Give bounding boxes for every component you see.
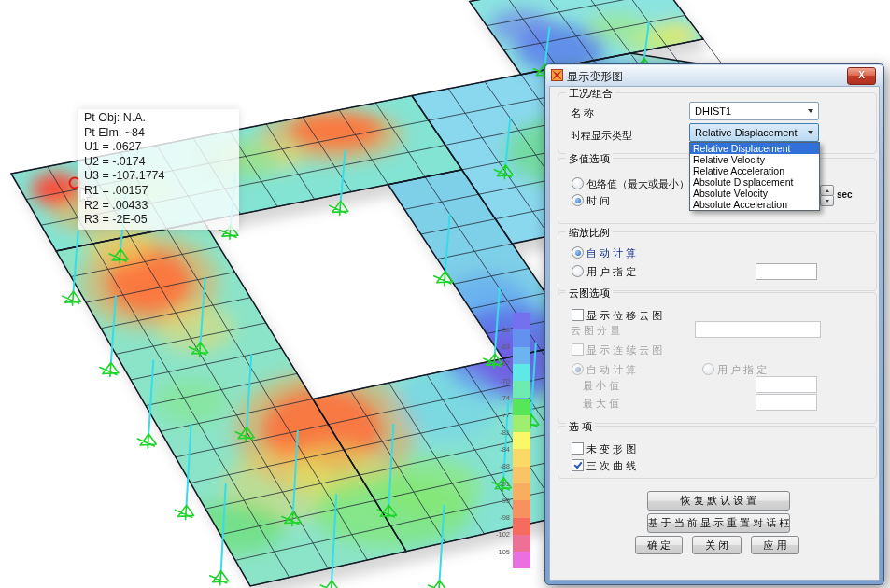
- show-contour-label: 显 示 位 移 云 图: [586, 309, 662, 323]
- legend-color-segment: [513, 518, 530, 535]
- legend-color-segment: [513, 329, 530, 346]
- legend-color-segment: [513, 500, 530, 517]
- scale-user-input[interactable]: [756, 263, 817, 280]
- contour-group-label: 云图选项: [566, 287, 613, 301]
- display-type-value: Relative Displacement: [695, 127, 797, 138]
- column-support-icon: [210, 571, 229, 585]
- dropdown-item[interactable]: Absolute Velocity: [690, 188, 819, 199]
- time-radio[interactable]: [572, 194, 584, 206]
- contour-auto-radio[interactable]: [572, 363, 584, 375]
- continuous-contour-checkbox[interactable]: [572, 343, 584, 356]
- contour-legend: -60-63-67-70-74-77-81-84-88-91-95-98-102…: [487, 309, 535, 576]
- legend-tick-label: -60: [487, 326, 510, 334]
- legend-color-segment: [513, 415, 530, 432]
- legend-color-segment: [513, 535, 530, 552]
- max-value-input[interactable]: [756, 394, 817, 411]
- legend-tick-label: -105: [487, 548, 510, 556]
- ok-button[interactable]: 确 定: [635, 536, 683, 554]
- show-contour-checkbox[interactable]: [572, 309, 584, 321]
- display-type-select[interactable]: Relative Displacement: [689, 123, 819, 142]
- case-name-value: DHIST1: [695, 105, 731, 117]
- legend-color-segment: [513, 449, 530, 466]
- dropdown-item[interactable]: Absolute Displacement: [690, 176, 819, 188]
- legend-color-segment: [513, 313, 530, 329]
- restore-defaults-button[interactable]: 恢 复 默 认 设 置: [647, 491, 790, 511]
- legend-tick-label: -74: [487, 394, 510, 402]
- stepper-down-icon[interactable]: [820, 195, 834, 206]
- envelope-radio[interactable]: [572, 177, 584, 189]
- contour-component-input[interactable]: [695, 321, 821, 338]
- legend-color-segment: [513, 552, 530, 568]
- column-support-icon: [63, 291, 81, 305]
- time-stepper: [820, 185, 832, 204]
- chevron-down-icon[interactable]: [803, 103, 818, 119]
- tooltip-line: R2 = .00433: [84, 199, 233, 214]
- type-label: 时程显示类型: [571, 129, 632, 143]
- contour-component-label: 云 图 分 量: [571, 324, 620, 338]
- column-support-icon: [429, 581, 447, 588]
- point-tooltip: Pt Obj: N.A.Pt Elm: ~84U1 = .0627U2 = -.…: [78, 109, 239, 230]
- cubic-curve-checkbox[interactable]: [572, 459, 584, 471]
- apply-button[interactable]: 应 用: [751, 536, 799, 554]
- legend-tick-label: -84: [487, 445, 510, 454]
- display-type-dropdown-list: Relative DisplacementRelative VelocityRe…: [689, 142, 820, 211]
- legend-color-segment: [513, 347, 530, 364]
- name-label: 名 称: [571, 106, 594, 120]
- tooltip-line: Pt Elm: ~84: [84, 126, 233, 141]
- envelope-label: 包络值（最大或最小）: [586, 177, 689, 191]
- column-support-icon: [137, 434, 156, 448]
- legend-tick-label: -102: [487, 530, 510, 539]
- close-button[interactable]: 关 闭: [692, 536, 742, 554]
- min-value-input[interactable]: [756, 376, 817, 393]
- legend-tick-label: -88: [487, 462, 510, 470]
- case-combo-group-label: 工况/组合: [566, 87, 615, 101]
- tooltip-line: Pt Obj: N.A.: [84, 111, 233, 126]
- tooltip-line: U2 = -.0174: [84, 155, 233, 170]
- legend-tick-label: -70: [487, 377, 510, 385]
- continuous-contour-label: 显 示 连 续 云 图: [586, 343, 662, 357]
- undeformed-checkbox[interactable]: [572, 442, 584, 455]
- column-support-icon: [176, 505, 194, 519]
- app-icon: [551, 69, 563, 81]
- dropdown-item[interactable]: Relative Velocity: [690, 154, 819, 165]
- legend-tick-label: -63: [487, 343, 510, 351]
- dialog-title: 显示变形图: [567, 69, 623, 85]
- legend-color-segment: [513, 483, 530, 500]
- scale-auto-label: 自 动 计 算: [586, 246, 636, 260]
- dropdown-item[interactable]: Relative Acceleration: [690, 165, 819, 176]
- scale-group-label: 缩放比例: [566, 226, 613, 240]
- dialog-body: 工况/组合 名 称 DHIST1 时程显示类型 Relative Displac…: [549, 86, 880, 581]
- case-name-select[interactable]: DHIST1: [689, 102, 819, 120]
- multivalue-group-label: 多值选项: [566, 152, 613, 166]
- dropdown-item[interactable]: Absolute Acceleration: [690, 199, 819, 210]
- min-value-label: 最 小 值: [583, 379, 619, 393]
- contour-user-radio[interactable]: [702, 363, 714, 375]
- legend-tick-label: -95: [487, 497, 510, 505]
- legend-color-segment: [513, 467, 530, 483]
- scale-auto-radio[interactable]: [572, 246, 584, 259]
- display-deformed-shape-dialog: 显示变形图 X 工况/组合 名 称 DHIST1 时程显示类型 Relative…: [544, 63, 884, 585]
- column-support-icon: [100, 363, 119, 377]
- tooltip-line: R1 = .00157: [84, 184, 233, 199]
- column-support-icon: [320, 581, 339, 588]
- legend-tick-label: -77: [487, 411, 510, 419]
- options-group-label: 选 项: [566, 420, 595, 434]
- undeformed-label: 未 变 形 图: [586, 442, 636, 456]
- column-support-icon: [330, 201, 348, 215]
- tooltip-line: U3 = -107.1774: [84, 169, 233, 184]
- legend-tick-label: -67: [487, 359, 510, 368]
- contour-user-label: 用 户 指 定: [717, 363, 767, 377]
- contour-auto-label: 自 动 计 算: [586, 363, 636, 377]
- scale-user-radio[interactable]: [572, 265, 584, 277]
- legend-color-segment: [513, 381, 530, 398]
- cubic-curve-label: 三 次 曲 线: [586, 459, 636, 473]
- reset-from-display-button[interactable]: 基 于 当 前 显 示 重 置 对 话 框: [647, 513, 790, 533]
- close-icon[interactable]: X: [847, 67, 876, 85]
- chevron-down-icon[interactable]: [803, 124, 818, 141]
- legend-color-segment: [513, 399, 530, 415]
- dropdown-item[interactable]: Relative Displacement: [690, 143, 819, 154]
- legend-tick-label: -81: [487, 428, 510, 437]
- legend-color-segment: [513, 432, 530, 449]
- legend-tick-label: -98: [487, 513, 510, 522]
- dialog-titlebar[interactable]: 显示变形图 X: [546, 65, 883, 85]
